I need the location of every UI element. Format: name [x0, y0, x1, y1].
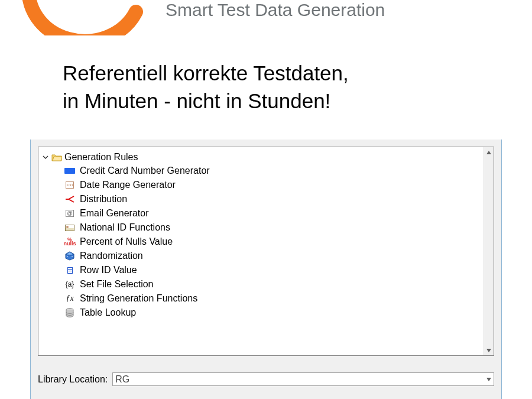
row-id-icon — [64, 265, 75, 275]
svg-point-1 — [67, 256, 68, 257]
scroll-up-icon[interactable] — [484, 147, 494, 157]
dice-icon — [64, 251, 75, 261]
tree-item-label: Set File Selection — [80, 279, 154, 290]
calendar-icon: 1/31 — [64, 180, 75, 190]
tree-item-label: Row ID Value — [80, 265, 137, 275]
library-location-value: RG — [115, 374, 129, 385]
svg-point-0 — [69, 254, 70, 255]
generation-rules-tree[interactable]: Generation Rules Credit Card Number Gene… — [38, 147, 494, 356]
tree-item-credit-card[interactable]: Credit Card Number Generator — [42, 164, 494, 178]
library-location-label: Library Location: — [38, 374, 108, 385]
tree-root-row[interactable]: Generation Rules — [42, 151, 494, 164]
tree-item-label: Table Lookup — [80, 307, 136, 318]
rules-panel: Generation Rules Credit Card Number Gene… — [30, 140, 502, 399]
headline: Referentiell korrekte Testdaten, in Minu… — [63, 59, 349, 115]
tree-item-national-id[interactable]: National ID Functions — [42, 220, 494, 235]
brand-arc — [18, 0, 148, 35]
email-icon: @ — [64, 209, 75, 218]
tree-item-percent-nulls[interactable]: %nulls Percent of Nulls Value — [42, 235, 494, 249]
tree-item-date-range[interactable]: 1/31 Date Range Generator — [42, 178, 494, 192]
tree-item-label: National ID Functions — [80, 222, 170, 233]
brand-subtitle: Smart Test Data Generation — [166, 0, 385, 20]
tree-item-set-file[interactable]: {a} Set File Selection — [42, 277, 494, 291]
tree-item-label: Email Generator — [80, 208, 149, 219]
tree-item-row-id[interactable]: Row ID Value — [42, 263, 494, 277]
database-icon — [64, 308, 75, 317]
folder-open-icon — [51, 153, 62, 161]
tree-item-distribution[interactable]: Distribution — [42, 192, 494, 206]
distribution-icon — [64, 194, 75, 204]
scroll-down-icon[interactable] — [484, 345, 494, 355]
headline-line1: Referentiell korrekte Testdaten, — [63, 61, 349, 85]
credit-card-icon — [64, 166, 75, 176]
svg-point-2 — [72, 256, 73, 257]
tree-root-label: Generation Rules — [64, 152, 138, 163]
percent-nulls-icon: %nulls — [64, 237, 75, 246]
tree-item-label: Credit Card Number Generator — [80, 166, 210, 176]
tree-item-randomization[interactable]: Randomization — [42, 249, 494, 263]
tree-item-label: Distribution — [80, 194, 127, 205]
fx-icon: ƒx — [64, 294, 75, 303]
tree-item-string-functions[interactable]: ƒx String Generation Functions — [42, 291, 494, 306]
tree-item-label: Randomization — [80, 251, 143, 261]
scrollbar[interactable] — [484, 147, 494, 355]
chevron-down-icon[interactable] — [42, 154, 49, 160]
chevron-down-icon[interactable] — [486, 376, 491, 382]
tree-item-email[interactable]: @ Email Generator — [42, 206, 494, 220]
set-brace-icon: {a} — [64, 280, 75, 289]
library-location-select[interactable]: RG — [112, 372, 494, 386]
tree-item-label: String Generation Functions — [80, 293, 197, 304]
id-card-icon — [64, 223, 75, 232]
tree-item-table-lookup[interactable]: Table Lookup — [42, 306, 494, 320]
tree-item-label: Date Range Generator — [80, 180, 176, 190]
tree-item-label: Percent of Nulls Value — [80, 236, 173, 247]
headline-line2: in Minuten - nicht in Stunden! — [63, 89, 330, 112]
